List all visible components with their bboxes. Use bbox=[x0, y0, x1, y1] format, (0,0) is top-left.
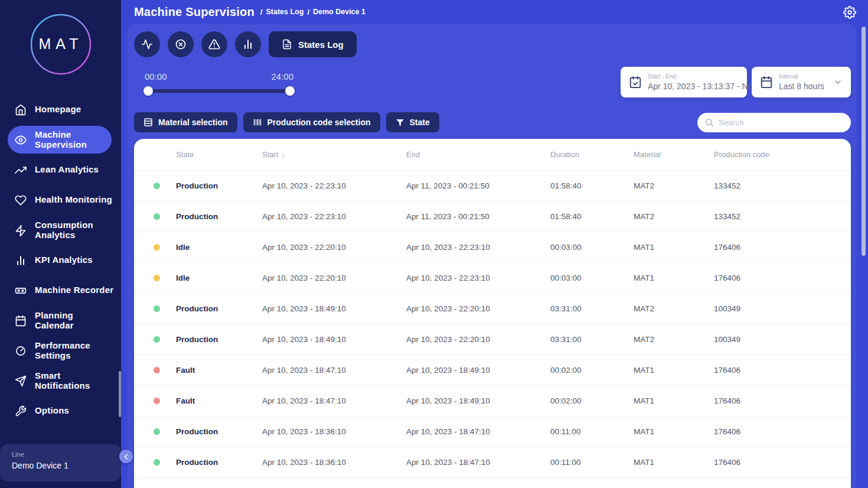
tab-states-log[interactable]: States Log bbox=[269, 31, 357, 57]
table-row[interactable]: Production Apr 10, 2023 - 18:49:10 Apr 1… bbox=[134, 294, 851, 324]
table-row[interactable]: Fault Apr 10, 2023 - 18:47:10 Apr 10, 20… bbox=[134, 386, 851, 417]
state-filter-label: State bbox=[410, 118, 430, 127]
tab-line-chart[interactable] bbox=[134, 31, 160, 57]
sidebar-item-consumption-analytics[interactable]: Consumption Analytics bbox=[8, 216, 112, 244]
search-icon bbox=[704, 118, 714, 127]
sidebar-item-smart-notifications[interactable]: Smart Notifications bbox=[8, 367, 112, 395]
device-selector[interactable]: Line Demo Device 1 bbox=[0, 444, 121, 482]
collapse-sidebar-button[interactable] bbox=[119, 450, 133, 463]
cell-end: Apr 11, 2023 - 00:21:50 bbox=[406, 181, 550, 190]
table-row[interactable]: Production Apr 10, 2023 - 18:36:10 Apr 1… bbox=[134, 447, 851, 478]
tab-statistics[interactable] bbox=[235, 31, 261, 57]
x-circle-icon bbox=[175, 38, 187, 50]
interval-value: Last 8 hours bbox=[779, 82, 824, 91]
column-material[interactable]: Material bbox=[634, 150, 714, 159]
logo-circle-icon: MAT bbox=[30, 13, 92, 76]
states-table: State Start↓ End Duration Material Produ… bbox=[134, 139, 851, 488]
cell-code: 176406 bbox=[714, 366, 851, 375]
cell-material: MAT1 bbox=[634, 366, 714, 375]
interval-picker[interactable]: Interval Last 8 hours bbox=[752, 67, 851, 97]
sidebar: MAT Homepage Machine Supervision Lean An… bbox=[0, 0, 121, 488]
column-duration[interactable]: Duration bbox=[550, 150, 634, 159]
logo-text: MAT bbox=[38, 35, 83, 52]
state-status-dot bbox=[154, 305, 160, 312]
slider-thumb-end[interactable] bbox=[285, 86, 295, 96]
state-status-dot bbox=[154, 367, 160, 373]
device-selector-value: Demo Device 1 bbox=[12, 461, 109, 470]
cell-code: 133452 bbox=[714, 212, 851, 221]
table-row[interactable]: Production Apr 10, 2023 - 22:23:10 Apr 1… bbox=[134, 201, 851, 232]
page-scrollbar[interactable] bbox=[862, 27, 866, 256]
cell-state: Production bbox=[176, 181, 262, 190]
sidebar-item-kpi-analytics[interactable]: KPI Analytics bbox=[8, 246, 112, 274]
search-input[interactable] bbox=[719, 118, 844, 127]
main-area: Machine Supervision / States Log / Demo … bbox=[121, 0, 868, 488]
table-row[interactable]: Idle Apr 10, 2023 - 22:20:10 Apr 10, 202… bbox=[134, 263, 851, 294]
tab-alarms[interactable] bbox=[201, 31, 227, 57]
slider-track[interactable] bbox=[145, 89, 293, 93]
slider-end-label: 24:00 bbox=[271, 71, 293, 82]
sidebar-item-machine-recorder[interactable]: Machine Recorder bbox=[8, 276, 112, 304]
column-production-code[interactable]: Production code bbox=[714, 150, 851, 159]
cell-state: Production bbox=[176, 335, 262, 344]
breadcrumb: / States Log / Demo Device 1 bbox=[260, 8, 366, 17]
table-row[interactable]: Production Apr 10, 2023 - 18:49:10 Apr 1… bbox=[134, 324, 851, 355]
cell-code: 176406 bbox=[714, 396, 851, 405]
cell-material: MAT1 bbox=[634, 458, 714, 467]
cell-material: MAT1 bbox=[634, 427, 714, 436]
column-start[interactable]: Start↓ bbox=[262, 150, 406, 159]
material-selection-button[interactable]: Material selection bbox=[134, 112, 237, 132]
sidebar-scrollbar[interactable] bbox=[119, 371, 121, 417]
sidebar-item-label: Machine Recorder bbox=[35, 285, 113, 295]
cell-state: Production bbox=[176, 212, 262, 221]
sidebar-item-planning-calendar[interactable]: Planning Calendar bbox=[8, 307, 112, 334]
cell-start: Apr 10, 2023 - 18:47:10 bbox=[262, 366, 406, 375]
cell-start: Apr 10, 2023 - 18:36:10 bbox=[262, 458, 406, 467]
cell-end: Apr 10, 2023 - 22:20:10 bbox=[406, 335, 550, 344]
calendar-icon bbox=[15, 315, 27, 327]
cell-state: Idle bbox=[176, 243, 262, 252]
sidebar-item-homepage[interactable]: Homepage bbox=[8, 96, 112, 123]
state-filter-button[interactable]: State bbox=[386, 112, 439, 132]
sidebar-item-options[interactable]: Options bbox=[8, 397, 112, 425]
cell-start: Apr 10, 2023 - 18:36:10 bbox=[262, 427, 406, 436]
cell-end: Apr 11, 2023 - 00:21:50 bbox=[406, 212, 550, 221]
slider-thumb-start[interactable] bbox=[143, 86, 153, 96]
cell-start: Apr 10, 2023 - 22:23:10 bbox=[262, 181, 406, 190]
tab-stops[interactable] bbox=[168, 31, 194, 57]
column-state[interactable]: State bbox=[176, 150, 262, 159]
breadcrumb-item[interactable]: States Log bbox=[266, 8, 304, 16]
cell-state: Production bbox=[176, 427, 262, 436]
sidebar-item-label: Performance Settings bbox=[35, 341, 92, 361]
cell-material: MAT2 bbox=[634, 335, 714, 344]
page-header: Machine Supervision / States Log / Demo … bbox=[121, 0, 868, 24]
start-end-picker[interactable]: Start - End Apr 10, 2023 - 13:13:37 - No… bbox=[621, 67, 747, 97]
table-row[interactable]: Production Apr 10, 2023 - 22:23:10 Apr 1… bbox=[134, 171, 851, 201]
start-end-value: Apr 10, 2023 - 13:13:37 - Now bbox=[648, 82, 739, 91]
settings-button[interactable] bbox=[843, 5, 857, 19]
cell-code: 133452 bbox=[714, 181, 851, 190]
production-code-selection-button[interactable]: Production code selection bbox=[243, 112, 380, 132]
column-end[interactable]: End bbox=[406, 150, 550, 159]
chevron-down-icon bbox=[833, 77, 843, 87]
cell-duration: 03:31:00 bbox=[550, 335, 634, 344]
cell-state: Fault bbox=[176, 396, 262, 405]
sidebar-item-performance-settings[interactable]: Performance Settings bbox=[8, 337, 112, 365]
cell-start: Apr 10, 2023 - 18:49:10 bbox=[262, 335, 406, 344]
cell-material: MAT1 bbox=[634, 274, 714, 282]
cell-code: 100349 bbox=[714, 335, 851, 344]
cell-material: MAT2 bbox=[634, 212, 714, 221]
cell-duration: 00:02:00 bbox=[550, 396, 634, 405]
table-row[interactable]: Production Apr 10, 2023 - 18:36:10 Apr 1… bbox=[134, 417, 851, 447]
sidebar-item-health-monitoring[interactable]: Health Monitoring bbox=[8, 186, 112, 214]
cell-material: MAT2 bbox=[634, 304, 714, 313]
table-row[interactable]: Idle Apr 10, 2023 - 22:20:10 Apr 10, 202… bbox=[134, 232, 851, 263]
sidebar-item-machine-supervision[interactable]: Machine Supervision bbox=[8, 126, 112, 154]
sidebar-item-lean-analytics[interactable]: Lean Analytics bbox=[8, 156, 112, 184]
breadcrumb-item[interactable]: Demo Device 1 bbox=[313, 8, 366, 16]
cell-state: Production bbox=[176, 458, 262, 467]
heart-icon bbox=[15, 194, 27, 206]
table-row[interactable]: Fault Apr 10, 2023 - 18:47:10 Apr 10, 20… bbox=[134, 355, 851, 386]
state-status-dot bbox=[154, 244, 160, 250]
cell-duration: 01:58:40 bbox=[550, 212, 634, 221]
